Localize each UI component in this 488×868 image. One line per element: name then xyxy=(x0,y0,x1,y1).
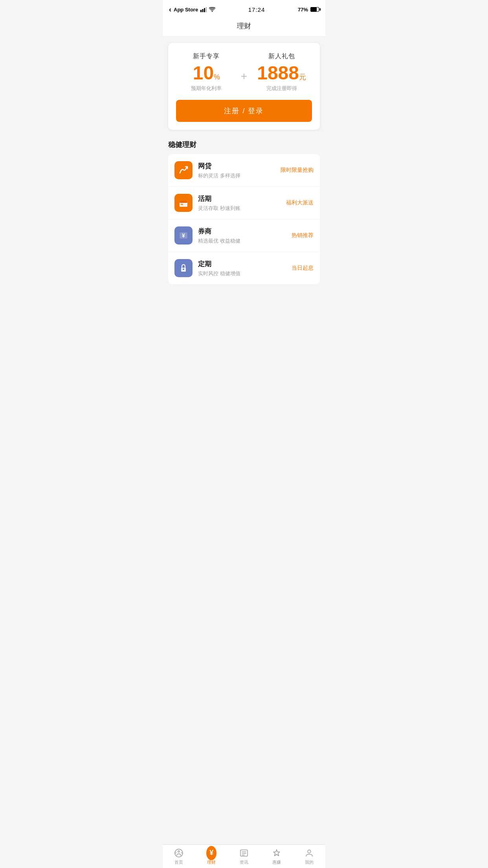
product-item-huoqi[interactable]: 活期 灵活存取 秒速到账 福利大派送 xyxy=(168,187,320,219)
promo-left-value: 10% xyxy=(176,64,237,83)
svg-rect-1 xyxy=(202,9,204,12)
register-login-button[interactable]: 注册 / 登录 xyxy=(176,100,312,122)
status-bar: ‹ App Store 17:24 77% xyxy=(163,0,325,17)
product-list: 网贷 标的灵活 多样选择 限时限量抢购 活期 灵活存取 秒速到账 福利大派送 xyxy=(168,154,320,284)
product-item-dingqi[interactable]: 定期 实时风控 稳健增值 当日起息 xyxy=(168,252,320,284)
dingqi-icon xyxy=(174,259,193,277)
main-content: 新手专享 10% 预期年化利率 + 新人礼包 1888元 完成注册即得 注册 /… xyxy=(163,37,325,291)
status-time: 17:24 xyxy=(248,6,265,13)
wangdai-name: 网贷 xyxy=(198,162,281,171)
quanshang-info: 券商 精选最优 收益稳健 xyxy=(198,227,292,245)
svg-rect-7 xyxy=(181,204,183,205)
page-title: 理财 xyxy=(163,17,325,37)
svg-rect-6 xyxy=(180,201,187,203)
quanshang-desc: 精选最优 收益稳健 xyxy=(198,237,292,245)
promo-right-desc: 完成注册即得 xyxy=(251,85,312,92)
huoqi-desc: 灵活存取 秒速到账 xyxy=(198,205,286,212)
wangdai-tag: 限时限量抢购 xyxy=(281,167,314,174)
svg-rect-0 xyxy=(200,10,202,12)
promo-left-desc: 预期年化利率 xyxy=(176,85,237,92)
wangdai-desc: 标的灵活 多样选择 xyxy=(198,172,281,179)
product-item-wangdai[interactable]: 网贷 标的灵活 多样选择 限时限量抢购 xyxy=(168,154,320,187)
promo-row: 新手专享 10% 预期年化利率 + 新人礼包 1888元 完成注册即得 xyxy=(176,52,312,92)
section-title: 稳健理财 xyxy=(168,138,320,152)
huoqi-name: 活期 xyxy=(198,194,286,203)
svg-point-4 xyxy=(212,11,213,11)
quanshang-name: 券商 xyxy=(198,227,292,236)
status-right: 77% xyxy=(298,7,319,13)
status-left: ‹ App Store xyxy=(169,6,215,14)
dingqi-desc: 实时风控 稳健增值 xyxy=(198,270,292,277)
dingqi-info: 定期 实时风控 稳健增值 xyxy=(198,259,292,277)
wangdai-info: 网贷 标的灵活 多样选择 xyxy=(198,162,281,179)
huoqi-icon xyxy=(174,194,193,212)
svg-rect-2 xyxy=(204,8,205,12)
signal-icon xyxy=(200,7,207,12)
back-chevron-icon[interactable]: ‹ xyxy=(169,6,171,14)
huoqi-info: 活期 灵活存取 秒速到账 xyxy=(198,194,286,212)
battery-icon xyxy=(310,7,319,12)
dingqi-name: 定期 xyxy=(198,259,292,268)
svg-text:¥: ¥ xyxy=(182,232,185,239)
promo-right-value: 1888元 xyxy=(251,64,312,83)
battery-percent: 77% xyxy=(298,7,308,13)
svg-rect-3 xyxy=(206,7,207,12)
promo-right: 新人礼包 1888元 完成注册即得 xyxy=(251,52,312,92)
wifi-icon xyxy=(209,7,215,12)
promo-right-title: 新人礼包 xyxy=(251,52,312,61)
svg-point-11 xyxy=(183,268,184,270)
quanshang-icon: ¥ xyxy=(174,226,193,245)
promo-card: 新手专享 10% 预期年化利率 + 新人礼包 1888元 完成注册即得 注册 /… xyxy=(168,43,320,130)
product-item-quanshang[interactable]: ¥ 券商 精选最优 收益稳健 热销推荐 xyxy=(168,219,320,252)
carrier-label: App Store xyxy=(174,7,198,13)
huoqi-tag: 福利大派送 xyxy=(286,199,314,206)
promo-left-title: 新手专享 xyxy=(176,52,237,61)
wangdai-icon xyxy=(174,161,193,179)
dingqi-tag: 当日起息 xyxy=(292,265,314,272)
quanshang-tag: 热销推荐 xyxy=(292,232,314,239)
promo-plus: + xyxy=(237,70,251,83)
promo-left: 新手专享 10% 预期年化利率 xyxy=(176,52,237,92)
